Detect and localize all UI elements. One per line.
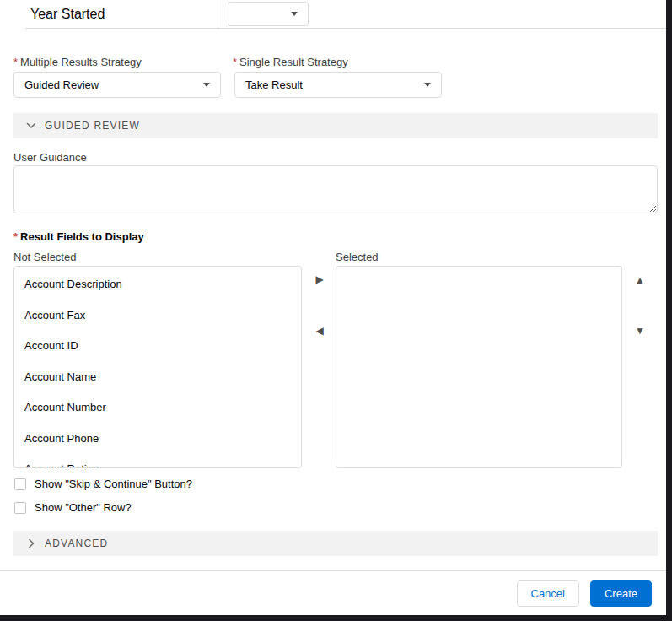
chevron-right-icon bbox=[25, 537, 37, 549]
create-button[interactable]: Create bbox=[590, 580, 652, 607]
user-guidance-label: User Guidance bbox=[13, 151, 87, 164]
skip-continue-label: Show "Skip & Continue" Button? bbox=[35, 478, 192, 490]
selected-listbox[interactable] bbox=[336, 266, 622, 468]
skip-continue-row: Show "Skip & Continue" Button? bbox=[14, 478, 192, 490]
section-advanced[interactable]: ADVANCED bbox=[13, 531, 658, 556]
required-asterisk: * bbox=[13, 56, 18, 68]
chevron-down-icon bbox=[424, 83, 431, 87]
other-row-label: Show "Other" Row? bbox=[35, 501, 132, 514]
row-divider bbox=[25, 28, 666, 29]
move-left-button[interactable]: ◀ bbox=[314, 326, 325, 336]
section-guided-review[interactable]: GUIDED REVIEW bbox=[13, 113, 658, 138]
user-guidance-textarea[interactable] bbox=[13, 165, 658, 213]
other-row-checkbox[interactable] bbox=[14, 502, 26, 514]
single-result-strategy-dropdown[interactable]: Take Result bbox=[234, 72, 442, 98]
selected-list bbox=[336, 267, 621, 270]
cancel-button[interactable]: Cancel bbox=[517, 580, 579, 607]
single-result-strategy-value: Take Result bbox=[245, 78, 303, 91]
list-item[interactable]: Account Description bbox=[14, 270, 301, 301]
modal-footer: Cancel Create bbox=[0, 570, 666, 615]
result-fields-label: *Result Fields to Display bbox=[13, 230, 144, 243]
selected-label: Selected bbox=[336, 251, 379, 263]
year-started-label: Year Started bbox=[30, 7, 105, 22]
other-row-row: Show "Other" Row? bbox=[14, 501, 132, 514]
list-item[interactable]: Account ID bbox=[14, 332, 301, 363]
not-selected-label: Not Selected bbox=[13, 251, 76, 263]
list-item[interactable]: Account Name bbox=[14, 363, 301, 394]
multiple-results-strategy-text: Multiple Results Strategy bbox=[20, 56, 142, 68]
move-right-button[interactable]: ▶ bbox=[314, 274, 325, 284]
multiple-results-strategy-value: Guided Review bbox=[24, 78, 99, 91]
single-result-strategy-text: Single Result Strategy bbox=[239, 56, 348, 68]
list-item[interactable]: Account Rating bbox=[14, 455, 301, 468]
move-down-button[interactable]: ▼ bbox=[634, 326, 646, 336]
multiple-results-strategy-dropdown[interactable]: Guided Review bbox=[13, 72, 221, 98]
not-selected-listbox[interactable]: Account Description Account Fax Account … bbox=[13, 266, 302, 468]
not-selected-list: Account Description Account Fax Account … bbox=[14, 267, 301, 468]
list-item[interactable]: Account Phone bbox=[14, 424, 301, 456]
create-dialog: Year Started *Multiple Results Strategy … bbox=[0, 0, 666, 615]
chevron-down-icon bbox=[291, 12, 298, 16]
required-asterisk: * bbox=[13, 230, 18, 243]
chevron-down-icon bbox=[203, 83, 210, 87]
move-up-button[interactable]: ▲ bbox=[634, 275, 646, 285]
multiple-results-strategy-label: *Multiple Results Strategy bbox=[13, 56, 142, 68]
required-asterisk: * bbox=[233, 56, 237, 68]
column-divider bbox=[218, 0, 218, 28]
skip-continue-checkbox[interactable] bbox=[14, 478, 26, 490]
year-started-dropdown[interactable] bbox=[228, 2, 309, 26]
chevron-down-icon bbox=[25, 120, 37, 132]
list-item[interactable]: Account Fax bbox=[14, 301, 301, 332]
single-result-strategy-label: *Single Result Strategy bbox=[233, 56, 348, 68]
list-item[interactable]: Account Number bbox=[14, 393, 301, 424]
section-advanced-title: ADVANCED bbox=[45, 537, 108, 549]
section-guided-review-title: GUIDED REVIEW bbox=[45, 120, 140, 132]
result-fields-text: Result Fields to Display bbox=[20, 230, 144, 243]
page-background: { "ui": { "required_marker": "*" }, "yea… bbox=[0, 0, 672, 621]
